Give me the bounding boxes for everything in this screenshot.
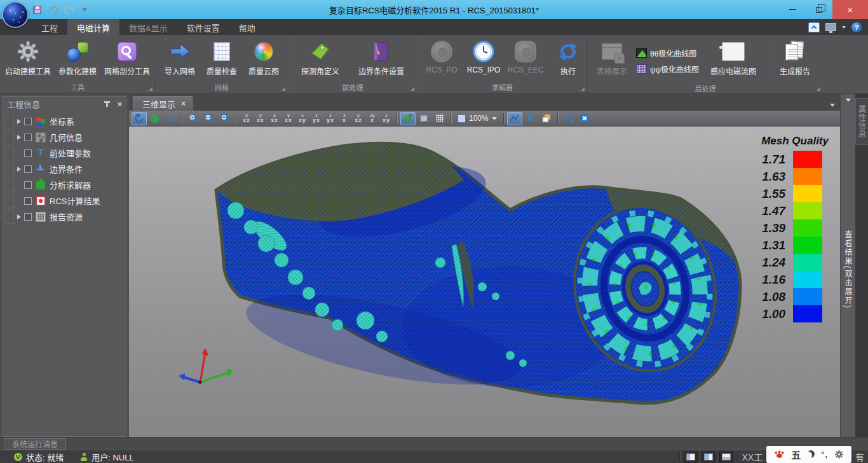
tab-data-display[interactable]: 数据&显示	[119, 19, 177, 35]
execute-button[interactable]: 执行	[553, 38, 583, 77]
view-orientation-button-8[interactable]: zx	[337, 112, 351, 125]
tree-item[interactable]: 坐标系	[3, 113, 126, 129]
view-orientation-button-5[interactable]: xzy	[295, 112, 309, 125]
expand-arrow-icon[interactable]	[17, 119, 21, 124]
copy-view-button[interactable]	[539, 112, 554, 125]
tree-item-checkbox[interactable]	[24, 118, 32, 125]
rcs-eec-button[interactable]: RCS_EEC	[505, 38, 546, 75]
group-expand-icon[interactable]	[281, 87, 285, 91]
zoom-level-dropdown-icon[interactable]	[492, 117, 497, 120]
results-collapsed-panel[interactable]: 查看结果(双击展开)	[840, 94, 855, 437]
cancel-button[interactable]	[577, 112, 592, 125]
3d-viewport[interactable]: Mesh Quality 1.711.631.551.471.391.311.2…	[129, 127, 840, 437]
tree-item-checkbox[interactable]	[24, 165, 32, 173]
import-mesh-button[interactable]: 导入网格	[159, 38, 200, 77]
view-orientation-button-2[interactable]: yzx	[254, 112, 268, 125]
tab-3d-view[interactable]: 三维显示 ×	[133, 96, 193, 111]
mesh-model[interactable]	[129, 127, 840, 437]
tree-item[interactable]: 几何信息	[3, 129, 126, 145]
theta-polarization-curve-button[interactable]: θθ极化曲线图	[634, 47, 702, 59]
tree-item-checkbox[interactable]	[24, 134, 32, 141]
orbit-rotate-button[interactable]	[132, 112, 147, 125]
tree-item[interactable]: RCS计算结果	[3, 193, 126, 209]
rcs-po-button[interactable]: RCS_PO	[421, 38, 462, 75]
zoom-out-button[interactable]	[201, 112, 217, 125]
zoom-fit-button[interactable]	[217, 112, 233, 125]
property-info-tab[interactable]: 属性信息	[855, 98, 868, 145]
mesh-partition-tool-button[interactable]: 网格剖分工具	[103, 38, 151, 77]
system-messages-tab[interactable]: 系统运行消息	[4, 438, 66, 450]
share-flow-button[interactable]	[561, 112, 576, 125]
flat-mode-button[interactable]	[416, 112, 431, 125]
wireframe-mode-button[interactable]	[432, 112, 447, 125]
curve-tool-button[interactable]	[507, 112, 522, 125]
group-expand-icon[interactable]	[817, 87, 820, 91]
tree-item[interactable]: 分析求解器	[3, 177, 126, 193]
pin-icon[interactable]	[106, 101, 108, 107]
layout-bottom-panel-button[interactable]	[719, 452, 733, 462]
collapse-ribbon-button[interactable]	[808, 22, 820, 32]
minimize-button[interactable]	[779, 0, 806, 19]
quick-access-dropdown-icon[interactable]	[82, 8, 87, 11]
table-display-button[interactable]: 表格展示	[592, 38, 632, 77]
display-style-dropdown-icon[interactable]	[842, 26, 846, 29]
redo-icon[interactable]	[65, 5, 76, 14]
view-orientation-button-9[interactable]: yxz	[351, 112, 365, 125]
ime-toolbar[interactable]: 五 °,	[766, 446, 851, 463]
tree-item-checkbox[interactable]	[24, 149, 32, 157]
rcs-ipo-button[interactable]: RCS_IPO	[463, 38, 504, 75]
layout-left-panel-button[interactable]	[684, 452, 698, 462]
view-orientation-button-6[interactable]: zyx	[309, 112, 323, 125]
launch-modeling-tool-button[interactable]: 启动建模工具	[4, 38, 52, 77]
save-icon[interactable]	[33, 6, 41, 14]
ime-halfwidth-moon-icon[interactable]	[807, 450, 815, 458]
induced-current-map-button[interactable]: 感应电磁流图	[703, 38, 764, 77]
zoom-level-control[interactable]: 100%	[454, 112, 500, 125]
tree-item[interactable]: 前处理参数	[3, 145, 126, 161]
ime-settings-gear-icon[interactable]	[834, 450, 844, 459]
tab-close-icon[interactable]: ×	[181, 100, 186, 107]
psi-polarization-curve-button[interactable]: ψψ极化曲线图	[634, 63, 702, 75]
pan-button[interactable]	[163, 112, 179, 125]
group-expand-icon[interactable]	[581, 87, 585, 91]
expand-arrow-icon[interactable]	[17, 214, 21, 219]
ime-punctuation-icon[interactable]: °,	[821, 450, 828, 459]
restore-button[interactable]	[806, 0, 832, 19]
quality-contour-button[interactable]: 质量云图	[243, 38, 284, 77]
expand-arrow-icon[interactable]	[17, 135, 21, 140]
tree-item-checkbox[interactable]	[24, 181, 32, 189]
probe-angle-button[interactable]: 探测角定义	[292, 38, 348, 77]
ime-mode-key[interactable]: 五	[791, 448, 801, 461]
tree-item[interactable]: 边界条件	[3, 161, 126, 177]
view-orientation-button-1[interactable]: yxz	[240, 112, 254, 125]
refresh-view-button[interactable]	[147, 112, 163, 125]
close-button[interactable]: ×	[832, 0, 868, 19]
expand-arrow-icon[interactable]	[17, 167, 21, 172]
parametric-modeling-button[interactable]: 参数化建模	[53, 38, 102, 77]
view-orientation-button-10[interactable]: zyx	[365, 112, 379, 125]
shaded-mode-button[interactable]	[400, 112, 416, 125]
tab-project[interactable]: 工程	[32, 19, 67, 35]
tab-software-settings[interactable]: 软件设置	[177, 19, 229, 35]
layout-wide-panel-button[interactable]	[702, 452, 715, 462]
tree-item-checkbox[interactable]	[24, 213, 32, 221]
generate-report-button[interactable]: 生成报告	[771, 38, 819, 77]
panel-close-icon[interactable]: ×	[117, 100, 122, 108]
zoom-in-button[interactable]	[186, 112, 201, 125]
app-logo-icon[interactable]	[2, 1, 29, 28]
tabbar-dropdown-icon[interactable]	[830, 104, 835, 107]
group-expand-icon[interactable]	[149, 87, 153, 91]
view-orientation-button-3[interactable]: yxz	[268, 112, 281, 125]
boundary-condition-settings-button[interactable]: 边界条件设置	[349, 38, 413, 77]
tab-em-computation[interactable]: 电磁计算	[67, 19, 119, 35]
group-expand-icon[interactable]	[410, 87, 414, 91]
help-icon[interactable]: ?	[851, 22, 862, 32]
tab-help[interactable]: 帮助	[229, 19, 265, 35]
tree-item-checkbox[interactable]	[24, 197, 32, 205]
import-result-button[interactable]	[523, 112, 538, 125]
display-style-icon[interactable]	[825, 23, 836, 31]
view-orientation-button-11[interactable]: zxy	[379, 112, 393, 125]
quality-check-button[interactable]: 质量检查	[201, 38, 242, 77]
view-orientation-button-7[interactable]: zyx	[323, 112, 337, 125]
view-orientation-button-4[interactable]: yzx	[281, 112, 295, 125]
